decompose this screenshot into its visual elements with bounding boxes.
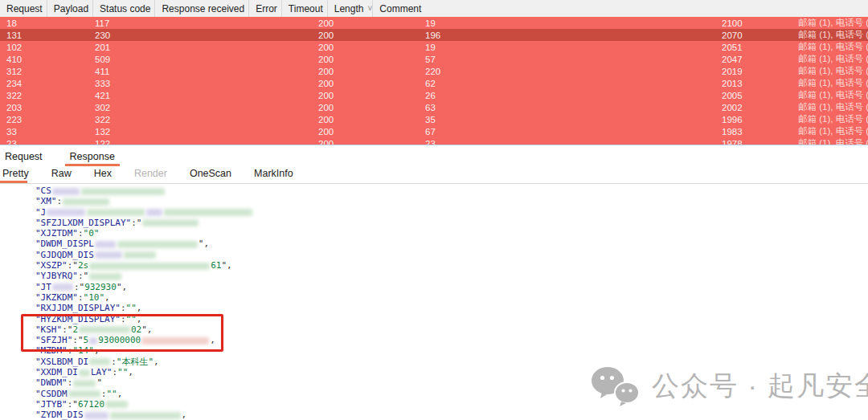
json-token: "XM" [35,196,57,206]
redacted-blur [89,263,210,270]
redacted-blur [117,241,198,248]
json-token: , [182,410,187,420]
cell-length: 1978 [715,139,792,146]
json-token: : [121,303,126,313]
table-row[interactable]: 23 122 200 23 1978 邮箱 (1), 电话号 (2) [0,137,868,145]
cell-payload: 201 [88,43,312,52]
cell-payload: 230 [88,31,312,40]
table-row[interactable]: 223 322 200 35 1996 邮箱 (1), 电话号 (2) [0,113,868,125]
table-column-header[interactable]: Response received [154,0,248,17]
view-tab[interactable]: Pretty [1,165,31,183]
cell-request: 33 [0,127,88,137]
table-column-header[interactable]: Request [0,0,47,17]
json-token: "" [106,389,117,399]
table-column-header[interactable]: Status code [92,0,154,17]
json-line: "SFZJH":"593000000, [35,335,868,345]
table-row[interactable]: 18 117 200 19 2100 邮箱 (1), 电话号 (2) [0,17,868,29]
json-token: ", [117,282,127,292]
json-token: : [78,292,84,303]
view-tab[interactable]: MarkInfo [252,165,295,183]
view-tab[interactable]: Raw [50,165,73,183]
json-token: "ZYDM_DIS [35,410,84,420]
json-token: "XSLBDM_DI [35,357,88,367]
cell-request: 312 [0,67,88,76]
message-tab[interactable]: Request [2,149,46,166]
cell-length: 2019 [715,67,792,76]
cell-request: 410 [0,55,88,64]
message-tab-label: Response [70,151,115,162]
json-token: "RXJJDM_DISPLAY" [35,303,121,313]
table-row[interactable]: 203 302 200 63 2002 邮箱 (1), 电话号 (2) [0,101,868,113]
column-label: Response received [162,3,244,14]
table-row[interactable]: 33 132 200 67 1983 邮箱 (1), 电话号 (2) [0,125,868,137]
column-label: Timeout [289,3,323,14]
json-token: : [121,314,126,324]
watermark-text: 公众号 · 起凡安全 [652,368,868,405]
table-row[interactable]: 312 411 200 220 2019 邮箱 (1), 电话号 (2) [0,65,868,77]
table-column-header[interactable]: Payload [47,0,92,17]
redacted-blur [105,401,128,408]
wechat-icon [591,365,641,407]
json-line: "JT:"932930", [35,282,868,292]
cell-payload: 117 [88,18,312,28]
json-token: "SFZJLXDM_DISPLAY" [35,218,131,228]
json-token: "KSH" [35,324,62,335]
message-tab[interactable]: Response [67,149,118,166]
json-token: "SFZJH" [35,335,72,345]
cell-length: 2013 [715,79,792,88]
cell-comment: 邮箱 (1), 电话号 (2) [792,89,868,101]
json-token: ", [199,239,209,249]
table-body: 18 117 200 19 2100 邮箱 (1), 电话号 (2) 131 2… [0,17,868,145]
table-column-header[interactable]: Length ˅ [327,0,373,17]
json-token: , [128,367,133,377]
cell-status-code: 200 [312,139,419,146]
cell-response-received: 196 [419,31,558,40]
redacted-blur [81,188,165,195]
json-token: "JT [35,282,51,292]
json-token: :" [72,335,83,345]
json-token: "10" [84,292,105,303]
cell-length: 2070 [715,31,792,40]
cell-payload: 411 [88,67,312,76]
json-token: :" [68,399,78,410]
view-tab[interactable]: Render [133,165,169,183]
redacted-blur [124,251,156,259]
cell-comment: 邮箱 (1), 电话号 (3) [792,41,868,53]
redacted-blur [87,209,145,216]
cell-request: 234 [0,79,88,88]
json-token: "GJDQDM_DIS [35,250,94,260]
cell-payload: 421 [88,91,312,100]
table-row[interactable]: 322 421 200 26 2005 邮箱 (1), 电话号 (2) [0,89,868,101]
json-token: " [96,377,102,388]
json-token: :" [62,324,72,335]
redacted-blur [146,209,162,216]
json-line: "HYZKDM_DISPLAY":"", [35,314,868,324]
view-tab-label: Hex [94,168,112,179]
table-row[interactable]: 131 230 200 196 2070 邮箱 (1), 电话号 (3) [0,29,868,41]
view-tab[interactable]: OneScan [188,165,233,183]
table-column-header[interactable]: Comment [372,0,425,17]
cell-request: 102 [0,43,88,52]
cell-comment: 邮箱 (1), 电话号 (2) [792,137,868,145]
json-line: "JKZKDM":"10", [35,292,868,303]
json-line: "SFZJLXDM_DISPLAY":" [35,218,868,228]
table-column-header[interactable]: Timeout [281,0,327,17]
table-column-header[interactable]: Error [248,0,281,17]
table-row[interactable]: 410 509 200 57 2047 邮箱 (1), 电话号 (2) [0,53,868,65]
view-tab[interactable]: Hex [92,165,113,183]
redacted-blur [79,326,130,333]
cell-request: 223 [0,115,88,124]
cell-request: 203 [0,103,88,112]
cell-comment: 邮箱 (1), 电话号 (2) [792,101,868,113]
table-row[interactable]: 102 201 200 19 2051 邮箱 (1), 电话号 (3) [0,41,868,53]
redacted-blur [52,188,80,195]
cell-length: 2100 [715,18,792,28]
cell-length: 1996 [715,115,792,124]
json-token: , [154,357,159,367]
json-token: : [57,196,63,206]
cell-length: 2047 [715,55,792,64]
cell-status-code: 200 [312,43,419,52]
json-token: ", [222,260,232,271]
cell-response-received: 26 [419,91,558,100]
table-row[interactable]: 234 333 200 62 2013 邮箱 (1), 电话号 (2) [0,77,868,89]
